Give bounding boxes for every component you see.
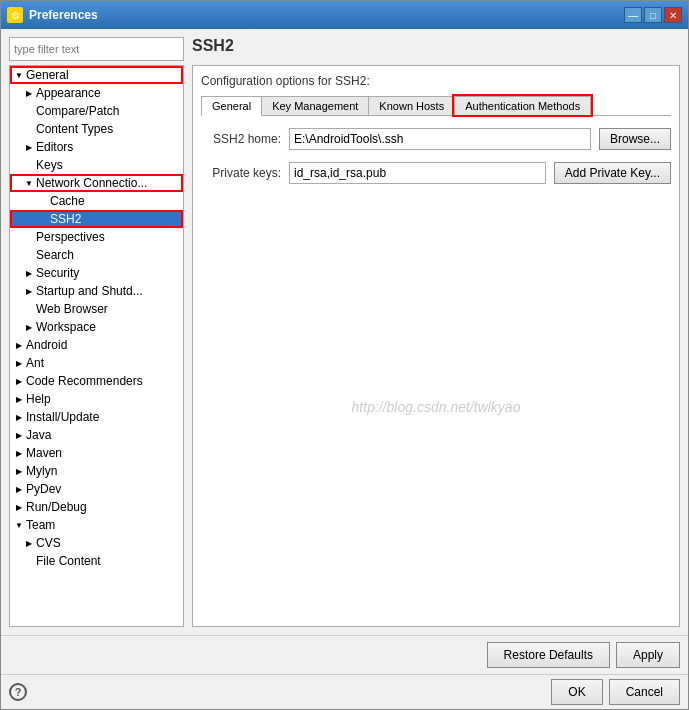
tree-label-run-debug: Run/Debug [26, 500, 87, 514]
tree-label-team: Team [26, 518, 55, 532]
cancel-button[interactable]: Cancel [609, 679, 680, 705]
tree-item-web-browser[interactable]: Web Browser [10, 300, 183, 318]
tree-label-compare-patch: Compare/Patch [36, 104, 119, 118]
window-title: Preferences [29, 8, 98, 22]
tree-item-security[interactable]: Security [10, 264, 183, 282]
tree-toggle-install-update[interactable] [14, 412, 24, 422]
tree-item-cvs[interactable]: CVS [10, 534, 183, 552]
form-input-1[interactable] [289, 162, 546, 184]
tree-toggle-pydev[interactable] [14, 484, 24, 494]
tree-item-network-connections[interactable]: Network Connectio... [10, 174, 183, 192]
tree-label-web-browser: Web Browser [36, 302, 108, 316]
tree-item-compare-patch[interactable]: Compare/Patch [10, 102, 183, 120]
tree-label-cvs: CVS [36, 536, 61, 550]
tree-item-code-recommenders[interactable]: Code Recommenders [10, 372, 183, 390]
title-buttons: — □ ✕ [624, 7, 682, 23]
tree-item-startup-shutdown[interactable]: Startup and Shutd... [10, 282, 183, 300]
tree-toggle-appearance[interactable] [24, 88, 34, 98]
form-button-1[interactable]: Add Private Key... [554, 162, 671, 184]
maximize-button[interactable]: □ [644, 7, 662, 23]
tree-label-cache: Cache [50, 194, 85, 208]
tree-label-mylyn: Mylyn [26, 464, 57, 478]
tree-label-security: Security [36, 266, 79, 280]
minimize-button[interactable]: — [624, 7, 642, 23]
tree-item-help[interactable]: Help [10, 390, 183, 408]
tab-key-management[interactable]: Key Management [261, 96, 369, 115]
tree-toggle-editors[interactable] [24, 142, 34, 152]
tree-label-file-content: File Content [36, 554, 101, 568]
tree-toggle-cvs[interactable] [24, 538, 34, 548]
tree-toggle-run-debug[interactable] [14, 502, 24, 512]
tree-toggle-help[interactable] [14, 394, 24, 404]
ok-button[interactable]: OK [551, 679, 602, 705]
config-description: Configuration options for SSH2: [201, 74, 671, 88]
tree-toggle-team[interactable] [14, 520, 24, 530]
form-label-1: Private keys: [201, 166, 281, 180]
tree-item-workspace[interactable]: Workspace [10, 318, 183, 336]
tree-toggle-android[interactable] [14, 340, 24, 350]
main-content: GeneralAppearanceCompare/PatchContent Ty… [1, 29, 688, 635]
window-icon: ⚙ [7, 7, 23, 23]
footer-buttons: OK Cancel [551, 679, 680, 705]
tree-toggle-network-connections[interactable] [24, 178, 34, 188]
panel-title: SSH2 [192, 37, 680, 59]
form-input-0[interactable] [289, 128, 591, 150]
tree-toggle-general[interactable] [14, 70, 24, 80]
tree-label-general: General [26, 68, 69, 82]
tree-label-help: Help [26, 392, 51, 406]
tabs-bar: GeneralKey ManagementKnown HostsAuthenti… [201, 96, 671, 116]
tree-toggle-mylyn[interactable] [14, 466, 24, 476]
tree-item-run-debug[interactable]: Run/Debug [10, 498, 183, 516]
tree-item-perspectives[interactable]: Perspectives [10, 228, 183, 246]
tree-label-ssh2: SSH2 [50, 212, 81, 226]
tree-toggle-ant[interactable] [14, 358, 24, 368]
title-bar: ⚙ Preferences — □ ✕ [1, 1, 688, 29]
tree-label-keys: Keys [36, 158, 63, 172]
tab-general[interactable]: General [201, 96, 262, 116]
restore-defaults-button[interactable]: Restore Defaults [487, 642, 610, 668]
tab-auth-methods[interactable]: Authentication Methods [454, 96, 591, 115]
apply-button[interactable]: Apply [616, 642, 680, 668]
tree-item-ant[interactable]: Ant [10, 354, 183, 372]
filter-input[interactable] [9, 37, 184, 61]
tree-label-search: Search [36, 248, 74, 262]
tree-item-appearance[interactable]: Appearance [10, 84, 183, 102]
tree-toggle-security[interactable] [24, 268, 34, 278]
tree-item-maven[interactable]: Maven [10, 444, 183, 462]
tree-item-ssh2[interactable]: SSH2 [10, 210, 183, 228]
form-fields: SSH2 home:Browse...Private keys:Add Priv… [201, 128, 671, 196]
tree-item-pydev[interactable]: PyDev [10, 480, 183, 498]
config-area: Configuration options for SSH2: GeneralK… [192, 65, 680, 627]
tree-label-pydev: PyDev [26, 482, 61, 496]
tree-item-mylyn[interactable]: Mylyn [10, 462, 183, 480]
tree-item-general[interactable]: General [10, 66, 183, 84]
tree-item-file-content[interactable]: File Content [10, 552, 183, 570]
tree-item-install-update[interactable]: Install/Update [10, 408, 183, 426]
tab-known-hosts[interactable]: Known Hosts [368, 96, 455, 115]
tree-item-android[interactable]: Android [10, 336, 183, 354]
tree-toggle-workspace[interactable] [24, 322, 34, 332]
tree-item-cache[interactable]: Cache [10, 192, 183, 210]
form-row-1: Private keys:Add Private Key... [201, 162, 671, 184]
tree-toggle-startup-shutdown[interactable] [24, 286, 34, 296]
tree-item-content-types[interactable]: Content Types [10, 120, 183, 138]
tree-label-java: Java [26, 428, 51, 442]
tree-container[interactable]: GeneralAppearanceCompare/PatchContent Ty… [9, 65, 184, 627]
bottom-bar: Restore Defaults Apply [1, 635, 688, 674]
tree-item-team[interactable]: Team [10, 516, 183, 534]
tree-toggle-java[interactable] [14, 430, 24, 440]
form-label-0: SSH2 home: [201, 132, 281, 146]
tree-item-keys[interactable]: Keys [10, 156, 183, 174]
tree-toggle-maven[interactable] [14, 448, 24, 458]
tree-toggle-code-recommenders[interactable] [14, 376, 24, 386]
tree-item-search[interactable]: Search [10, 246, 183, 264]
tree-item-java[interactable]: Java [10, 426, 183, 444]
close-button[interactable]: ✕ [664, 7, 682, 23]
form-button-0[interactable]: Browse... [599, 128, 671, 150]
tree-label-appearance: Appearance [36, 86, 101, 100]
tree-label-ant: Ant [26, 356, 44, 370]
help-icon[interactable]: ? [9, 683, 27, 701]
right-panel: SSH2 Configuration options for SSH2: Gen… [192, 37, 680, 627]
tree-item-editors[interactable]: Editors [10, 138, 183, 156]
tree-label-android: Android [26, 338, 67, 352]
